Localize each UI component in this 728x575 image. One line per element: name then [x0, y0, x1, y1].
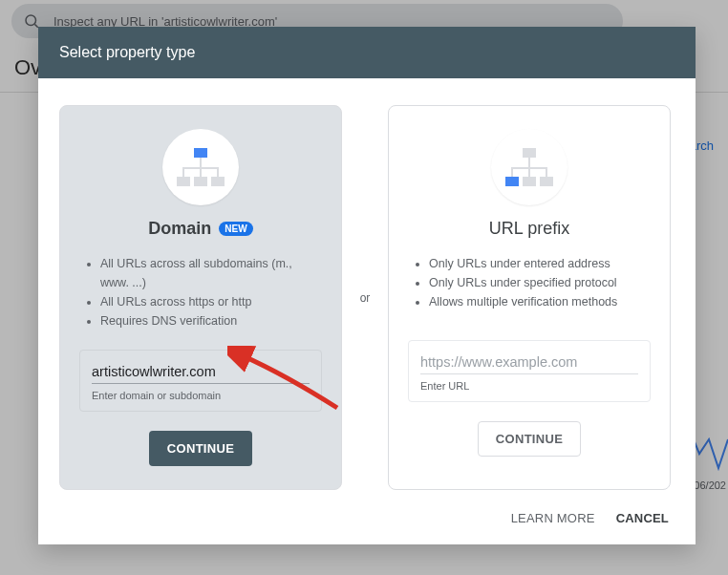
dialog-footer: LEARN MORE CANCEL [38, 501, 696, 544]
list-item: Only URLs under specified protocol [429, 273, 651, 292]
domain-input[interactable] [92, 362, 310, 384]
url-prefix-title: URL prefix [489, 219, 569, 239]
sitemap-icon [177, 148, 225, 186]
cancel-button[interactable]: CANCEL [616, 511, 669, 525]
domain-icon-circle [162, 129, 239, 205]
list-item: Only URLs under entered address [429, 254, 651, 273]
dialog-title: Select property type [38, 27, 696, 78]
url-input[interactable] [420, 352, 638, 374]
sitemap-icon [505, 148, 553, 186]
list-item: All URLs across https or http [100, 292, 322, 311]
list-item: All URLs across all subdomains (m., www.… [100, 254, 322, 292]
url-continue-button[interactable]: CONTINUE [478, 421, 581, 457]
domain-property-card[interactable]: Domain new All URLs across all subdomain… [59, 105, 342, 490]
list-item: Requires DNS verification [100, 311, 322, 330]
domain-title: Domain [148, 219, 211, 239]
select-property-type-dialog: Select property type Domain new All URLs… [38, 27, 696, 544]
or-label: or [342, 105, 388, 490]
url-prefix-property-card[interactable]: URL prefix Only URLs under entered addre… [388, 105, 671, 490]
url-input-wrap: Enter URL [408, 340, 651, 402]
url-bullets: Only URLs under entered address Only URL… [408, 254, 651, 321]
dialog-body: Domain new All URLs across all subdomain… [38, 78, 696, 501]
new-badge: new [219, 222, 252, 236]
domain-continue-button[interactable]: CONTINUE [149, 431, 252, 466]
learn-more-link[interactable]: LEARN MORE [511, 511, 595, 525]
url-helper: Enter URL [420, 380, 638, 392]
url-icon-circle [491, 129, 567, 205]
list-item: Allows multiple verification methods [429, 292, 651, 311]
domain-bullets: All URLs across all subdomains (m., www.… [79, 254, 322, 330]
domain-input-wrap: Enter domain or subdomain [79, 350, 322, 412]
domain-helper: Enter domain or subdomain [92, 390, 310, 401]
